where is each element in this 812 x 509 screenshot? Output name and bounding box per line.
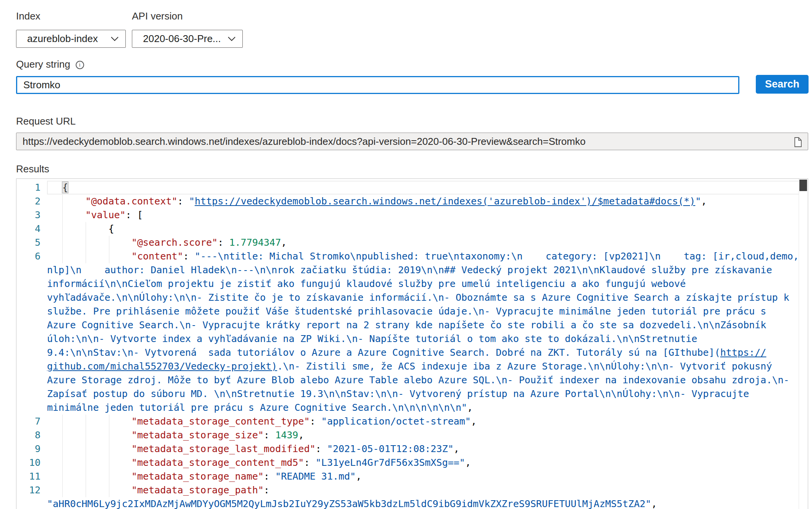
editor-row: službe. Pre prihlásenie môžete použiť Vá… [16,305,808,318]
editor-row: úloh:\n\n- Vytvorte index a vyhľadávanie… [16,332,808,346]
line-number: 9 [16,442,41,456]
editor-row: 4 { [16,222,808,236]
line-number [16,401,41,415]
line-number [16,277,41,291]
line-number [16,318,41,332]
editor-row: nlp]\n author: Daniel Hladek\n---\n\nrok… [16,263,808,277]
editor-row: 10 "metadata_storage_content_md5": "L31y… [16,456,808,470]
results-editor[interactable]: 1{2 "@odata.context": "https://vedeckyde… [16,178,808,509]
line-number: 12 [16,483,41,497]
request-url-text: https://vedeckydemoblob.search.windows.n… [23,136,586,148]
results-editor-rows: 1{2 "@odata.context": "https://vedeckyde… [16,181,808,509]
line-number: 10 [16,456,41,470]
editor-row: informácií\n\nCieľom projektu je zistiť … [16,277,808,291]
api-version-label: API version [132,10,183,22]
line-number: 6 [16,250,41,263]
chevron-down-icon [111,37,119,41]
line-number: 2 [16,195,41,208]
line-number [16,387,41,401]
line-number [16,332,41,346]
editor-row: minimálne jeden tutoriál pre prácu s Azu… [16,401,808,415]
search-button[interactable]: Search [756,75,809,94]
line-number [16,291,41,305]
query-string-label: Query string [16,58,70,70]
editor-row: 8 "metadata_storage_size": 1439, [16,428,808,442]
line-number [16,360,41,373]
editor-row: 11 "metadata_storage_name": "README 31.m… [16,470,808,483]
line-number [16,497,41,509]
line-number: 3 [16,208,41,222]
editor-row: Azure Storage zdroj. Môže to byť Azure B… [16,373,808,387]
index-label: Index [16,10,41,22]
line-number [16,373,41,387]
editor-row: github.com/michal552703/Vedecky-projekt)… [16,360,808,373]
editor-row: Zapísať postup do súboru MD. \n\nStretnu… [16,387,808,401]
api-version-dropdown-value: 2020-06-30-Pre... [143,33,221,45]
results-label: Results [16,163,49,175]
line-number: 5 [16,236,41,250]
editor-row: 5 "@search.score": 1.7794347, [16,236,808,250]
line-number [16,305,41,318]
editor-row: "aHR0cHM6Ly9jc2IxMDAzMjAwMDYyOGM5M2QyLmJ… [16,497,808,509]
editor-row: 2 "@odata.context": "https://vedeckydemo… [16,195,808,208]
editor-row: 9.4:\n\nStav:\n- Vytvorená sada tutoriál… [16,346,808,360]
line-number [16,346,41,360]
editor-row: 1{ [16,181,808,195]
copy-button[interactable] [792,136,803,148]
api-version-dropdown[interactable]: 2020-06-30-Pre... [132,30,243,48]
line-number [16,263,41,277]
editor-row: 12 "metadata_storage_path": [16,483,808,497]
editor-scrollbar-thumb[interactable] [799,180,807,191]
line-number: 7 [16,415,41,428]
request-url-field: https://vedeckydemoblob.search.windows.n… [16,133,808,150]
editor-row: vyhľadávače.\n\nÚlohy:\n\n- Zistite čo j… [16,291,808,305]
chevron-down-icon [228,37,235,41]
index-dropdown[interactable]: azureblob-index [16,30,126,48]
editor-scrollbar[interactable] [799,179,808,509]
line-number: 1 [16,181,41,195]
request-url-label: Request URL [16,115,76,127]
editor-row: 6 "content": "---\ntitle: Michal Stromko… [16,250,808,263]
editor-row: 3 "value": [ [16,208,808,222]
line-number: 11 [16,470,41,483]
info-icon[interactable]: i [76,61,84,69]
editor-row: 7 "metadata_storage_content_type": "appl… [16,415,808,428]
editor-row: 9 "metadata_storage_last_modified": "202… [16,442,808,456]
line-number: 4 [16,222,41,236]
index-dropdown-value: azureblob-index [27,33,98,45]
line-number: 8 [16,428,41,442]
search-explorer-page: { "controls": { "index_label": "Index", … [0,0,812,509]
copy-icon [792,144,803,149]
editor-row: Azure Cognitive Search.\n- Vypracujte kr… [16,318,808,332]
query-input[interactable] [16,76,739,94]
